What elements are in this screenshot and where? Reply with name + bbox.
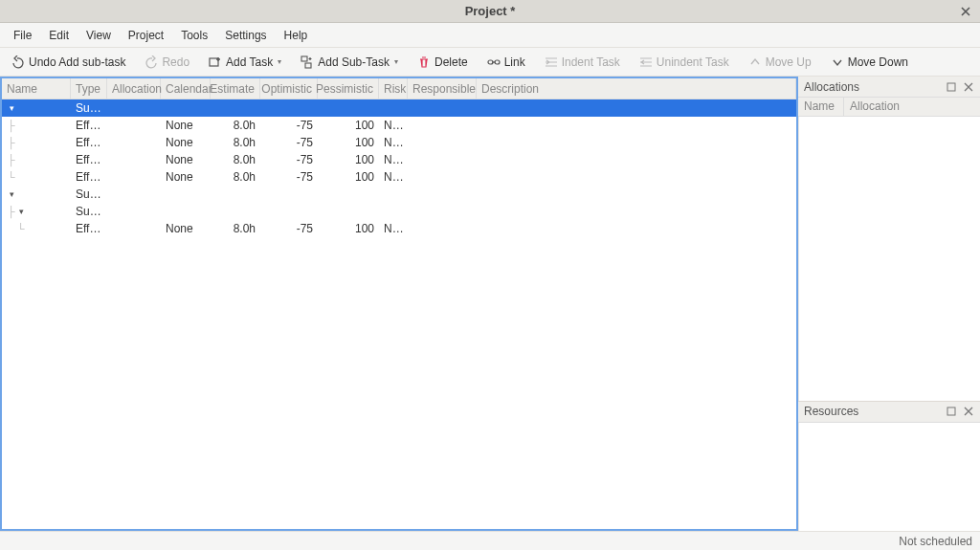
- close-icon: [961, 7, 970, 16]
- col-header-description[interactable]: Description: [477, 78, 796, 99]
- cell-risk: None: [379, 119, 408, 132]
- cell-pessimistic: 100: [318, 153, 379, 166]
- menu-view[interactable]: View: [78, 25, 119, 46]
- add-sub-task-button[interactable]: Add Sub-Task ▾: [295, 53, 404, 72]
- add-task-label: Add Task: [226, 55, 273, 69]
- svg-rect-1: [301, 56, 307, 61]
- allocations-close-button[interactable]: [963, 81, 974, 93]
- table-row[interactable]: ├▾Sum...: [2, 203, 796, 220]
- add-sub-task-label: Add Sub-Task: [318, 55, 390, 69]
- move-up-button[interactable]: Move Up: [743, 53, 817, 72]
- menu-bar: File Edit View Project Tools Settings He…: [0, 23, 980, 48]
- cell-type: Effort: [71, 153, 107, 166]
- cell-calendar: None: [161, 119, 211, 132]
- undo-button[interactable]: Undo Add sub-task: [6, 53, 131, 72]
- cell-estimate: 8.0h: [211, 170, 260, 184]
- unindent-button[interactable]: Unindent Task: [634, 53, 735, 72]
- tree-line: ├: [7, 117, 16, 134]
- tree-line: └: [16, 220, 26, 237]
- menu-edit[interactable]: Edit: [41, 25, 77, 46]
- menu-help[interactable]: Help: [277, 25, 316, 46]
- move-down-button[interactable]: Move Down: [825, 53, 914, 72]
- tree-line: [7, 220, 16, 237]
- resources-body[interactable]: [798, 423, 980, 531]
- col-header-pessimistic[interactable]: Pessimistic: [318, 78, 379, 99]
- col-header-calendar[interactable]: Calendar: [161, 78, 211, 99]
- undo-icon: [11, 55, 25, 69]
- tree-expander-icon[interactable]: ▾: [7, 189, 16, 199]
- add-sub-task-dropdown-icon: ▾: [394, 57, 398, 66]
- allocations-body[interactable]: [798, 117, 980, 401]
- resources-close-button[interactable]: [963, 406, 974, 417]
- add-task-button[interactable]: Add Task ▾: [203, 53, 287, 72]
- grid-rows[interactable]: ▾Sum...├EffortNone8.0h-75100None├EffortN…: [2, 99, 796, 529]
- resources-panel: Resources: [798, 402, 980, 531]
- menu-settings[interactable]: Settings: [217, 25, 274, 46]
- delete-button[interactable]: Delete: [412, 53, 474, 72]
- cell-estimate: 8.0h: [211, 153, 260, 166]
- table-row[interactable]: └EffortNone8.0h-75100None: [2, 220, 796, 237]
- table-row[interactable]: └EffortNone8.0h-75100None: [2, 168, 796, 186]
- delete-icon: [417, 55, 431, 69]
- add-task-dropdown-icon: ▾: [278, 57, 281, 66]
- add-task-icon: [209, 55, 222, 69]
- close-button[interactable]: [957, 3, 974, 20]
- table-row[interactable]: ├EffortNone8.0h-75100None: [2, 134, 796, 151]
- cell-type: Effort: [71, 119, 107, 132]
- cell-risk: None: [379, 170, 408, 184]
- redo-button[interactable]: Redo: [139, 53, 195, 72]
- col-header-allocation[interactable]: Allocation: [107, 78, 161, 99]
- cell-calendar: None: [161, 136, 211, 149]
- table-row[interactable]: ▾Sum...: [2, 99, 796, 117]
- cell-optimistic: -75: [260, 170, 318, 184]
- menu-project[interactable]: Project: [121, 25, 171, 46]
- cell-risk: None: [379, 222, 408, 235]
- cell-estimate: 8.0h: [211, 222, 260, 235]
- table-row[interactable]: ├EffortNone8.0h-75100None: [2, 117, 796, 134]
- indent-button[interactable]: Indent Task: [539, 53, 626, 72]
- col-header-name[interactable]: Name: [2, 78, 71, 99]
- cell-pessimistic: 100: [318, 222, 379, 235]
- cell-pessimistic: 100: [318, 136, 379, 149]
- svg-rect-5: [947, 83, 955, 91]
- col-header-estimate[interactable]: Estimate: [211, 78, 260, 99]
- cell-type: Effort: [71, 170, 107, 184]
- col-header-risk[interactable]: Risk: [379, 78, 408, 99]
- tree-line: └: [7, 168, 16, 186]
- col-header-type[interactable]: Type: [71, 78, 107, 99]
- cell-calendar: None: [161, 222, 211, 235]
- titlebar: Project *: [0, 0, 980, 23]
- redo-label: Redo: [162, 55, 189, 69]
- allocations-panel: Allocations Name Allocation: [798, 77, 980, 402]
- tree-expander-icon[interactable]: ▾: [16, 207, 26, 216]
- tree-expander-icon[interactable]: ▾: [7, 103, 16, 113]
- cell-optimistic: -75: [260, 222, 318, 235]
- menu-file[interactable]: File: [6, 25, 39, 46]
- link-button[interactable]: Link: [481, 53, 531, 72]
- allocations-restore-button[interactable]: [946, 81, 957, 93]
- table-row[interactable]: ├EffortNone8.0h-75100None: [2, 151, 796, 168]
- resources-restore-button[interactable]: [946, 406, 957, 417]
- col-header-optimistic[interactable]: Optimistic: [260, 78, 318, 99]
- status-bar: Not scheduled: [0, 531, 980, 550]
- table-row[interactable]: ▾Sum...: [2, 186, 796, 203]
- cell-name: └: [2, 220, 71, 237]
- link-label: Link: [504, 55, 525, 69]
- cell-pessimistic: 100: [318, 119, 379, 132]
- cell-name: ▾: [2, 189, 71, 199]
- link-icon: [487, 55, 501, 69]
- col-header-responsible[interactable]: Responsible: [408, 78, 477, 99]
- cell-estimate: 8.0h: [211, 119, 260, 132]
- allocations-col-allocation[interactable]: Allocation: [844, 98, 980, 116]
- menu-tools[interactable]: Tools: [173, 25, 215, 46]
- allocations-col-name[interactable]: Name: [798, 98, 844, 116]
- cell-name: └: [2, 168, 71, 186]
- allocations-columns: Name Allocation: [798, 98, 980, 117]
- add-sub-task-icon: [301, 55, 314, 69]
- status-text: Not scheduled: [899, 535, 972, 548]
- indent-icon: [545, 55, 558, 69]
- cell-name: ├: [2, 117, 71, 134]
- cell-risk: None: [379, 153, 408, 166]
- cell-name: ▾: [2, 103, 71, 113]
- cell-type: Sum...: [71, 205, 107, 218]
